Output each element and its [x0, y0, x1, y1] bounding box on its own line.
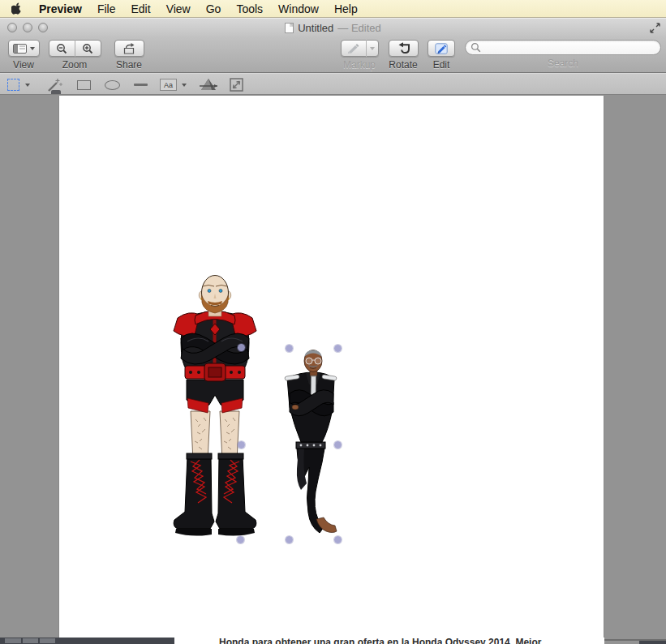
menu-bar: Preview File Edit View Go Tools Window H… [0, 0, 666, 18]
share-icon [122, 43, 135, 54]
menu-item-preview[interactable]: Preview [39, 2, 82, 15]
edit-pencil-icon [435, 43, 448, 54]
search-input[interactable] [481, 42, 651, 54]
text-tool-icon: Aa [160, 79, 177, 91]
markup-caret [370, 47, 375, 50]
menu-item-file[interactable]: File [97, 2, 116, 15]
menu-item-edit[interactable]: Edit [131, 2, 151, 15]
selection-tool-icon [7, 79, 19, 91]
menu-item-window[interactable]: Window [278, 2, 319, 15]
background-webpage-strip: Honda para obtener una gran oferta en la… [174, 638, 604, 644]
background-window-corner [639, 641, 666, 644]
text-tool[interactable]: Aa [160, 78, 187, 92]
zoom-window-button[interactable] [38, 23, 48, 32]
markup-pen-icon [347, 43, 359, 54]
selection-handle[interactable] [334, 441, 342, 449]
edit-label: Edit [433, 59, 450, 71]
rotate-button[interactable] [389, 40, 419, 57]
line-shape-tool[interactable] [134, 78, 148, 92]
menu-item-view[interactable]: View [166, 2, 191, 15]
adjust-size-tool[interactable] [230, 78, 243, 92]
rectangle-icon [77, 80, 91, 90]
window-title: Untitled [298, 22, 333, 34]
zoom-in-button[interactable] [75, 40, 101, 57]
search-label: Search [548, 58, 578, 69]
minimize-button[interactable] [23, 23, 32, 32]
search-field[interactable] [465, 40, 661, 55]
line-icon [134, 84, 148, 86]
title-bar[interactable]: Untitled — Edited [0, 18, 666, 36]
zoom-out-button[interactable] [49, 40, 75, 57]
view-dropdown-caret [30, 47, 35, 50]
ellipse-icon [105, 80, 120, 90]
selection-handle[interactable] [286, 345, 293, 352]
menu-item-go[interactable]: Go [206, 2, 221, 15]
rotate-label: Rotate [389, 59, 417, 71]
menu-item-tools[interactable]: Tools [236, 2, 263, 15]
main-toolbar: View Zoom Share [0, 36, 666, 73]
window-title-group: Untitled — Edited [285, 22, 381, 34]
selection-tool[interactable] [7, 78, 30, 92]
markup-split-button [341, 40, 379, 57]
document-page[interactable] [58, 96, 604, 638]
selection-handle[interactable] [238, 441, 245, 449]
fullscreen-icon[interactable] [649, 22, 661, 34]
selection-handle[interactable] [286, 536, 293, 543]
background-headline-text: Honda para obtener una gran oferta en la… [174, 638, 604, 644]
selection-handle[interactable] [334, 345, 342, 352]
selection-handle[interactable] [238, 344, 245, 351]
figure-suited-man-illustration[interactable] [263, 347, 340, 542]
window-edited-status: — Edited [337, 22, 380, 34]
markup-label: Markup [343, 59, 376, 71]
sidebar-view-icon [13, 44, 27, 54]
rotate-left-icon [397, 42, 410, 54]
selection-handle[interactable] [237, 536, 244, 543]
zoom-segmented-control [49, 40, 101, 57]
ellipse-shape-tool[interactable] [105, 78, 120, 92]
apple-menu-icon[interactable] [11, 2, 24, 15]
edit-button[interactable] [428, 40, 455, 57]
toolbar-notch [51, 90, 61, 94]
share-button[interactable] [114, 40, 144, 57]
background-window-edge [0, 638, 174, 644]
share-label: Share [116, 59, 142, 71]
adjust-color-tool[interactable] [200, 78, 217, 92]
menu-item-help[interactable]: Help [334, 2, 358, 15]
selection-handle[interactable] [334, 536, 342, 543]
canvas-area: Honda para obtener una gran oferta en la… [0, 95, 666, 644]
markup-button[interactable] [342, 40, 366, 57]
zoom-label: Zoom [62, 59, 88, 71]
traffic-lights [7, 23, 48, 32]
prism-icon [200, 78, 217, 92]
search-icon [470, 42, 481, 53]
edit-tools-bar: Aa [0, 73, 666, 95]
document-proxy-icon[interactable] [285, 23, 294, 33]
close-button[interactable] [7, 23, 17, 32]
selection-tool-caret[interactable] [25, 84, 30, 87]
text-tool-caret[interactable] [182, 84, 187, 87]
view-label: View [13, 59, 34, 71]
view-button[interactable] [8, 40, 40, 57]
markup-dropdown[interactable] [366, 40, 378, 57]
preview-app-window: Preview File Edit View Go Tools Window H… [0, 0, 666, 644]
rectangle-shape-tool[interactable] [77, 78, 91, 92]
figure-hero-illustration[interactable] [163, 273, 269, 539]
resize-icon [230, 78, 243, 92]
